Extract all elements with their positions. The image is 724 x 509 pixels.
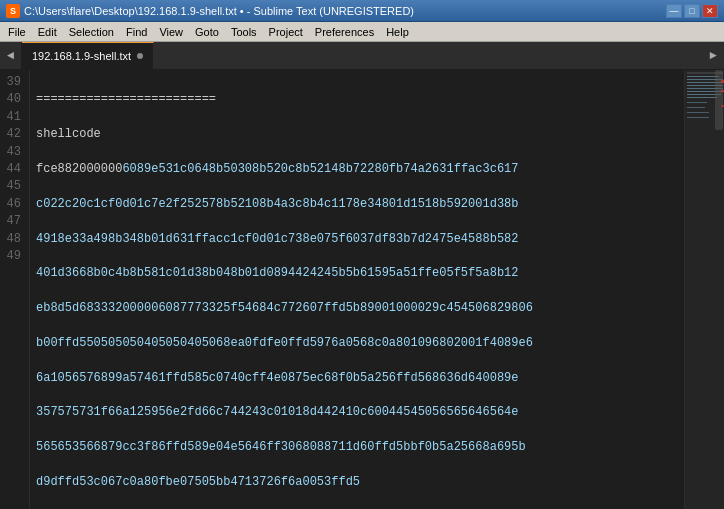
menu-view[interactable]: View	[153, 24, 189, 40]
editor-container: 39 40 41 42 43 44 45 46 47 48 49 =======…	[0, 70, 724, 509]
code-line-41e: eb8d5d683332000006087773325f54684c772607…	[36, 300, 678, 317]
menu-tools[interactable]: Tools	[225, 24, 263, 40]
svg-rect-8	[687, 97, 717, 98]
tab-shell-txt[interactable]: 192.168.1.9-shell.txt	[22, 42, 154, 69]
line-num-40: 40	[4, 91, 21, 108]
tab-label: 192.168.1.9-shell.txt	[32, 50, 131, 62]
code-line-41b: c022c20c1cf0d01c7e2f252578b52108b4a3c8b4…	[36, 196, 678, 213]
minimap	[684, 70, 724, 509]
tab-nav-left[interactable]: ◄	[0, 42, 22, 69]
line-num-49: 49	[4, 248, 21, 265]
line-num-44: 44	[4, 161, 21, 178]
menu-file[interactable]: File	[2, 24, 32, 40]
line-num-46: 46	[4, 196, 21, 213]
menu-find[interactable]: Find	[120, 24, 153, 40]
code-line-39: =========================	[36, 91, 678, 108]
menu-preferences[interactable]: Preferences	[309, 24, 380, 40]
line-numbers: 39 40 41 42 43 44 45 46 47 48 49	[0, 70, 30, 509]
menu-goto[interactable]: Goto	[189, 24, 225, 40]
code-line-41f: b00ffd550505050405050405068ea0fdfe0ffd59…	[36, 335, 678, 352]
title-bar-left: S C:\Users\flare\Desktop\192.168.1.9-she…	[6, 4, 414, 18]
line-num-42: 42	[4, 126, 21, 143]
line-num-45: 45	[4, 178, 21, 195]
minimize-button[interactable]: —	[666, 4, 682, 18]
close-button[interactable]: ✕	[702, 4, 718, 18]
tab-bar: ◄ 192.168.1.9-shell.txt ►	[0, 42, 724, 70]
line-num-43: 43	[4, 144, 21, 161]
minimap-svg	[685, 70, 724, 509]
maximize-button[interactable]: □	[684, 4, 700, 18]
tab-modified-indicator	[137, 53, 143, 59]
line-num-41a: 41	[4, 109, 21, 126]
tab-nav-right[interactable]: ►	[702, 42, 724, 69]
code-line-41i: 565653566879cc3f86ffd589e04e5646ff306808…	[36, 439, 678, 456]
code-line-41j: d9dffd53c067c0a80fbe07505bb4713726f6a005…	[36, 474, 678, 491]
code-line-41h: 357575731f66a125956e2fd66c744243c01018d4…	[36, 404, 678, 421]
menu-selection[interactable]: Selection	[63, 24, 120, 40]
svg-rect-10	[687, 107, 705, 108]
svg-rect-11	[687, 112, 709, 113]
code-line-41g: 6a1056576899a57461ffd585c0740cff4e0875ec…	[36, 370, 678, 387]
svg-rect-9	[687, 102, 707, 103]
menu-edit[interactable]: Edit	[32, 24, 63, 40]
line-num-48: 48	[4, 231, 21, 248]
title-bar: S C:\Users\flare\Desktop\192.168.1.9-she…	[0, 0, 724, 22]
svg-rect-13	[715, 70, 723, 130]
code-line-41a: fce8820000006089e531c0648b50308b520c8b52…	[36, 161, 678, 178]
menu-help[interactable]: Help	[380, 24, 415, 40]
code-line-41d: 401d3668b0c4b8b581c01d38b048b01d08944242…	[36, 265, 678, 282]
code-line-40: shellcode	[36, 126, 678, 143]
menu-bar: File Edit Selection Find View Goto Tools…	[0, 22, 724, 42]
line-num-39: 39	[4, 74, 21, 91]
title-bar-controls[interactable]: — □ ✕	[666, 4, 718, 18]
code-line-41c: 4918e33a498b348b01d631ffacc1cf0d01c738e0…	[36, 231, 678, 248]
app-icon: S	[6, 4, 20, 18]
menu-project[interactable]: Project	[263, 24, 309, 40]
line-num-47: 47	[4, 213, 21, 230]
svg-rect-12	[687, 117, 709, 118]
svg-rect-1	[687, 76, 719, 77]
title-text: C:\Users\flare\Desktop\192.168.1.9-shell…	[24, 5, 414, 17]
code-editor[interactable]: ========================= shellcode fce8…	[30, 70, 684, 509]
